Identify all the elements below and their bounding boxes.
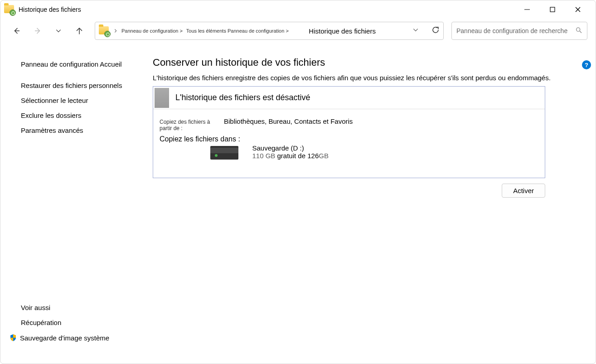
content-area: Conserver un historique de vos fichiers … — [145, 43, 596, 364]
window-title: Historique des fichiers — [19, 6, 517, 13]
copy-to-label: Copiez les fichiers dans : — [160, 135, 240, 143]
page-heading: Conserver un historique de vos fichiers — [153, 57, 577, 68]
copy-from-value: Bibliothèques, Bureau, Contacts et Favor… — [224, 117, 353, 125]
refresh-button[interactable] — [431, 26, 440, 36]
shield-icon — [9, 334, 17, 342]
see-also-label: Voir aussi — [21, 300, 145, 315]
breadcrumb-chevron-icon — [113, 27, 118, 35]
maximize-button[interactable] — [542, 2, 563, 17]
drive-icon — [210, 146, 238, 160]
sidebar-item-advanced[interactable]: Paramètres avancés — [21, 123, 145, 138]
recent-locations-button[interactable] — [50, 23, 67, 39]
breadcrumb-segment-2[interactable]: Tous les éléments Panneau de configurati… — [186, 28, 289, 34]
breadcrumb-current[interactable]: Historique des fichiers — [309, 27, 376, 35]
address-bar[interactable]: Panneau de configuration > Tous les élém… — [95, 22, 444, 40]
status-thumbnail — [155, 88, 169, 108]
title-bar: Historique des fichiers — [0, 0, 596, 19]
forward-button[interactable] — [29, 23, 46, 39]
sidebar-item-exclude[interactable]: Exclure les dossiers — [21, 108, 145, 123]
main-area: Panneau de configuration Accueil Restaur… — [0, 43, 596, 364]
address-icon — [99, 25, 110, 36]
copy-from-row: Copiez des fichiers à partir de : Biblio… — [160, 117, 538, 131]
window-controls — [517, 2, 588, 17]
see-also-system-image[interactable]: Sauvegarde d'image système — [9, 330, 145, 345]
breadcrumb-segment-1[interactable]: Panneau de configuration > — [121, 28, 183, 34]
sidebar-home-link[interactable]: Panneau de configuration Accueil — [21, 57, 145, 72]
close-button[interactable] — [567, 2, 588, 17]
svg-line-8 — [580, 31, 581, 33]
see-also-recovery[interactable]: Récupération — [21, 315, 145, 330]
status-title: L'historique des fichiers est désactivé — [175, 93, 310, 102]
up-button[interactable] — [71, 23, 87, 39]
search-icon — [575, 27, 582, 35]
copy-from-label: Copiez des fichiers à partir de : — [160, 117, 224, 131]
sidebar-item-restore[interactable]: Restaurer des fichiers personnels — [21, 78, 145, 93]
status-panel: L'historique des fichiers est désactivé … — [153, 86, 545, 178]
minimize-button[interactable] — [517, 2, 538, 17]
status-header: L'historique des fichiers est désactivé — [153, 87, 545, 109]
copy-to-row: Copiez les fichiers dans : Sauvegarde (D… — [160, 135, 538, 160]
sidebar-item-select-drive[interactable]: Sélectionner le lecteur — [21, 93, 145, 108]
page-description: L'historique des fichiers enregistre des… — [153, 74, 577, 82]
back-button[interactable] — [9, 23, 25, 39]
address-dropdown-icon[interactable] — [412, 27, 419, 35]
see-also-system-image-label: Sauvegarde d'image système — [20, 334, 109, 342]
navigation-bar: Panneau de configuration > Tous les élém… — [0, 19, 596, 43]
sidebar: Panneau de configuration Accueil Restaur… — [0, 43, 145, 364]
drive-free-space: 110 GB gratuit de 126GB — [252, 152, 328, 160]
app-icon — [4, 4, 15, 15]
svg-rect-1 — [550, 7, 555, 12]
svg-point-7 — [577, 28, 580, 31]
search-placeholder: Panneau de configuration de recherche — [456, 27, 567, 34]
help-button[interactable]: ? — [582, 60, 591, 69]
search-input[interactable]: Panneau de configuration de recherche — [451, 22, 587, 40]
drive-name: Sauvegarde (D :) — [252, 144, 328, 152]
activate-button[interactable]: Activer — [502, 184, 545, 198]
